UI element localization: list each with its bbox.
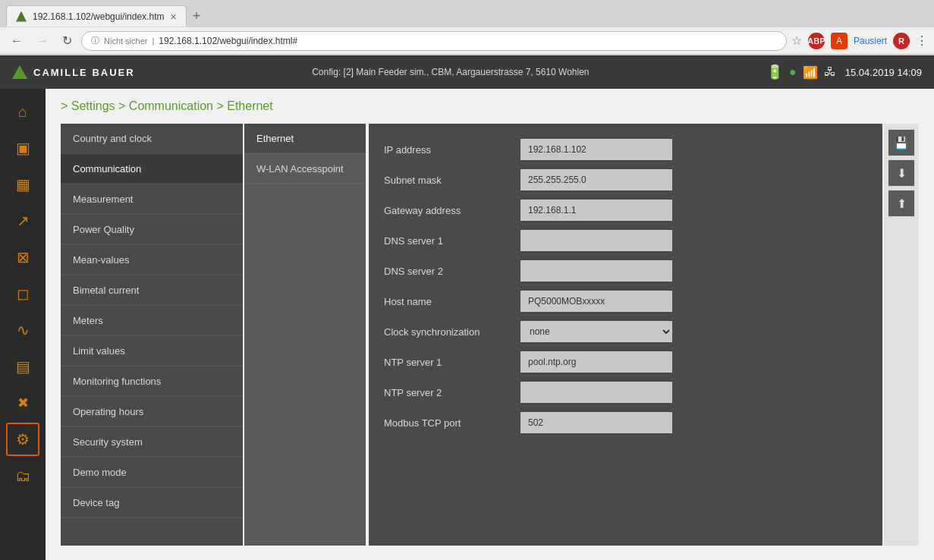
save-config-button[interactable]: 💾 [888,130,914,156]
breadcrumb-text: > Settings > Communication > Ethernet [61,99,273,112]
sidebar-icon-chart[interactable]: ▦ [6,168,39,201]
form-row-host-name: Host name [384,291,867,312]
form-label-0: IP address [384,144,520,156]
left-menu-item-security-system[interactable]: Security system [61,427,243,458]
refresh-button[interactable]: ↻ [58,32,77,49]
form-input-dns-server-1[interactable] [520,230,672,251]
tools-icon: ✖ [17,395,29,411]
action-bar: 💾 ⬇ ⬆ [884,124,919,546]
dashboard-icon: ⌂ [18,103,27,121]
app-header: CAMILLE BAUER Config: [2] Main Feeder si… [0,55,934,89]
left-menu-item-meters[interactable]: Meters [61,306,243,336]
form-label-1: Subnet mask [384,175,520,186]
form-select-clock-synchronization[interactable]: noneNTPPTP [520,321,672,342]
form-input-dns-server-2[interactable] [520,260,672,282]
form-row-ip-address: IP address [384,139,867,160]
form-input-ip-address[interactable] [520,139,672,160]
sidebar-icon-signal[interactable]: ∿ [6,313,39,347]
upload-button[interactable]: ⬆ [888,190,914,216]
sub-menu-item-ethernet[interactable]: Ethernet [244,124,366,154]
ext-pdf-badge[interactable]: A [831,33,848,49]
wifi-icon: 📶 [803,65,818,80]
status-green-icon: ● [789,65,797,79]
browser-tab[interactable]: 192.168.1.102/webgui/index.htm × [6,5,187,27]
left-menu-item-bimetal-current[interactable]: Bimetal current [61,275,243,306]
status-icons: 🔋 ● 📶 🖧 [766,64,836,80]
download-button[interactable]: ⬇ [888,160,914,186]
form-row-subnet-mask: Subnet mask [384,169,867,190]
nav-actions: ☆ ABP A Pausiert R ⋮ [791,33,928,49]
left-menu-item-monitoring-functions[interactable]: Monitoring functions [61,367,243,397]
form-label-5: Host name [384,296,520,307]
tab-close-button[interactable]: × [170,11,176,23]
left-menu-item-country-and-clock[interactable]: Country and clock [61,124,243,154]
user-avatar[interactable]: R [893,33,910,49]
sub-menu-item-w-lan-accesspoint[interactable]: W-LAN Accesspoint [244,154,366,184]
forward-button[interactable]: → [32,33,53,49]
form-label-6: Clock synchronization [384,326,520,338]
address-text: 192.168.1.102/webgui/index.html# [159,36,297,46]
download-icon: ⬇ [897,166,907,181]
tab-title: 192.168.1.102/webgui/index.htm [33,11,164,22]
form-input-ntp-server-1[interactable] [520,351,672,373]
bookmark-icon[interactable]: ☆ [791,33,802,48]
left-menu-item-limit-values[interactable]: Limit values [61,336,243,367]
right-panel: IP addressSubnet maskGateway addressDNS … [369,124,882,546]
sidebar-icon-tools[interactable]: ✖ [6,386,39,420]
form-row-dns-server-2: DNS server 2 [384,260,867,282]
datetime-text: 15.04.2019 14:09 [845,67,922,78]
ext-abp-badge[interactable]: ABP [808,33,825,49]
vector-icon: ↗ [17,212,30,230]
form-input-ntp-server-2[interactable] [520,382,672,403]
form-row-ntp-server-1: NTP server 1 [384,351,867,373]
sidebar-icon-meter[interactable]: ▣ [6,131,39,165]
form-input-subnet-mask[interactable] [520,169,672,190]
network-icon: 🖧 [824,65,836,79]
browser-menu-button[interactable]: ⋮ [916,33,928,48]
sidebar-icon-waveform[interactable]: ⊠ [6,241,39,274]
table-icon: ▤ [16,357,30,376]
sub-menu: EthernetW-LAN Accesspoint [244,124,366,546]
paused-button[interactable]: Pausiert [854,36,887,46]
form-row-dns-server-1: DNS server 1 [384,230,867,251]
sidebar-icon-oscilloscope[interactable]: ◻ [6,277,39,310]
chart-icon: ▦ [16,175,30,193]
sidebar-icon-vector[interactable]: ↗ [6,204,39,238]
tab-favicon [16,11,27,22]
form-label-8: NTP server 2 [384,387,520,398]
form-input-modbus-tcp-port[interactable] [520,412,672,433]
breadcrumb: > Settings > Communication > Ethernet [46,89,934,124]
form-row-clock-synchronization: Clock synchronizationnoneNTPPTP [384,321,867,342]
settings-icon: ⚙ [16,430,30,448]
sidebar-icon-dashboard[interactable]: ⌂ [6,95,39,128]
security-badge: ⓘ [91,35,99,46]
left-menu-item-communication[interactable]: Communication [61,154,243,184]
left-menu-item-measurement[interactable]: Measurement [61,184,243,215]
left-menu-item-demo-mode[interactable]: Demo mode [61,458,243,488]
form-input-host-name[interactable] [520,291,672,312]
form-label-9: Modbus TCP port [384,417,520,429]
save-config-icon: 💾 [894,136,909,150]
oscilloscope-icon: ◻ [17,285,30,303]
logo-area: CAMILLE BAUER [12,65,135,79]
export-icon: 🗂 [15,467,30,485]
new-tab-button[interactable]: + [187,8,207,24]
form-input-gateway-address[interactable] [520,200,672,221]
left-menu-item-mean-values[interactable]: Mean-values [61,245,243,275]
left-menu-item-device-tag[interactable]: Device tag [61,488,243,518]
battery-icon: 🔋 [766,64,783,80]
logo-text: CAMILLE BAUER [33,67,135,78]
back-button[interactable]: ← [6,33,27,49]
sidebar-icon-export[interactable]: 🗂 [6,459,39,492]
left-menu-item-power-quality[interactable]: Power Quality [61,215,243,245]
sidebar-icon-table[interactable]: ▤ [6,350,39,383]
form-label-7: NTP server 1 [384,357,520,368]
left-menu-item-operating-hours[interactable]: Operating hours [61,397,243,427]
waveform-icon: ⊠ [17,248,30,266]
left-menu: Country and clockCommunicationMeasuremen… [61,124,243,546]
address-bar[interactable]: ⓘ Nicht sicher | 192.168.1.102/webgui/in… [81,31,787,51]
logo-triangle [12,65,27,79]
sidebar-icon-settings[interactable]: ⚙ [6,423,39,456]
form-label-2: Gateway address [384,205,520,216]
form-row-gateway-address: Gateway address [384,200,867,221]
